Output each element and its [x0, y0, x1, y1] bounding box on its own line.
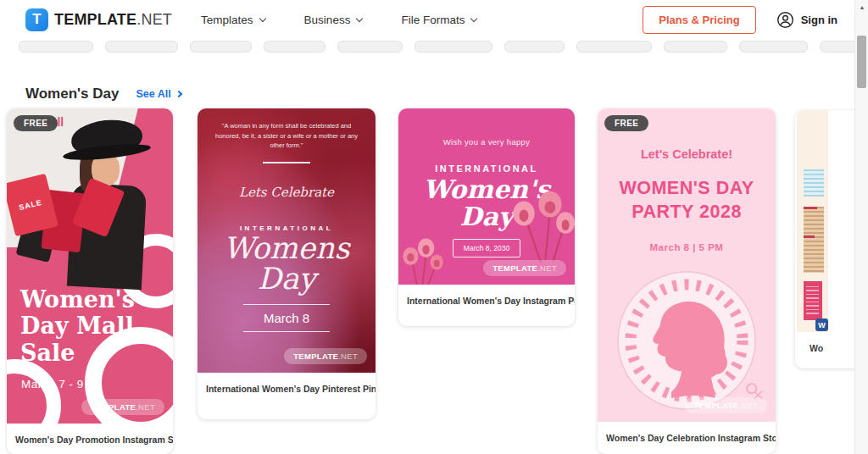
header-actions: Plans & Pricing Sign in — [643, 6, 837, 34]
templatenet-watermark: TEMPLATE.NET — [684, 397, 767, 413]
kicker-text: INTERNATIONAL — [398, 163, 575, 174]
nav-business-label: Business — [304, 14, 351, 26]
template-thumbnail: icio Mall SALE Women's Day Mall Sale Mar… — [7, 108, 173, 424]
scroll-up-arrow-icon[interactable]: ▲ — [855, 4, 868, 10]
chevron-down-icon — [259, 14, 265, 21]
cutoff-card[interactable] — [337, 41, 403, 53]
cutoff-card[interactable] — [664, 41, 727, 53]
cutoff-card[interactable] — [739, 41, 808, 53]
cutoff-card[interactable] — [264, 41, 326, 53]
divider-line — [263, 162, 310, 163]
section-title: Women's Day — [25, 86, 119, 102]
template-title-text: Womens Day — [198, 234, 376, 294]
cutoff-card[interactable] — [504, 41, 565, 53]
templatenet-watermark: TEMPLATE.NET — [483, 260, 566, 276]
cutoff-card[interactable] — [190, 41, 252, 53]
document-heading-bar — [804, 207, 817, 209]
greeting-text: Wish you a very happy — [398, 108, 575, 147]
scrollbar-thumb[interactable] — [857, 36, 866, 88]
chevron-right-icon — [175, 91, 181, 97]
template-date-text: March 7 - 9 — [21, 378, 84, 390]
word-file-icon: W — [815, 318, 828, 331]
sign-in-button[interactable]: Sign in — [776, 11, 837, 29]
nav-business[interactable]: Business — [304, 14, 363, 26]
page-scrollbar[interactable]: ▲ — [854, 0, 868, 454]
top-navigation-bar: T TEMPLATE.NET Templates Business File F… — [0, 0, 854, 39]
shopping-bag-shape: SALE — [7, 174, 58, 237]
nav-templates[interactable]: Templates — [201, 14, 265, 26]
template-card-international-womens-day-post[interactable]: Wish you a very happy INTERNATIONAL Wome… — [398, 108, 575, 326]
template-date-text: March 8 | 5 PM — [598, 242, 776, 252]
nav-file-formats-label: File Formats — [401, 14, 465, 26]
template-date-text: March 8 — [243, 304, 330, 332]
logo-t-icon: T — [25, 8, 48, 31]
card-caption[interactable]: International Women's Day Instagram Post — [398, 285, 575, 316]
woman-silhouette-medallion: ♀ — [615, 269, 758, 412]
free-badge: FREE — [604, 115, 648, 131]
sale-tag: SALE — [18, 198, 43, 212]
cutoff-card[interactable] — [19, 41, 93, 53]
cutoff-card[interactable] — [576, 41, 652, 53]
user-icon — [776, 11, 794, 29]
free-badge: FREE — [14, 115, 58, 131]
template-card-international-womens-day-pin[interactable]: "A woman in any form shall be celebrated… — [198, 108, 376, 419]
flower-cluster-icon — [398, 225, 451, 285]
script-intro-text: Lets Celebrate — [198, 185, 376, 200]
chevron-down-icon — [470, 14, 477, 21]
chevron-down-icon — [356, 14, 363, 21]
document-text-block — [804, 207, 824, 273]
sign-in-label: Sign in — [801, 14, 837, 26]
template-card-womens-day-party[interactable]: Let's Celebrate! WOMEN'S DAY PARTY 2028 … — [598, 108, 776, 454]
cutoff-card[interactable] — [415, 41, 492, 53]
templatenet-watermark: TEMPLATE.NET — [81, 399, 164, 415]
cutoff-card-row — [19, 41, 868, 53]
document-text-block — [804, 169, 824, 197]
nav-file-formats[interactable]: File Formats — [401, 14, 476, 26]
document-heading-bar — [804, 235, 815, 238]
template-thumbnail: Wish you a very happy INTERNATIONAL Wome… — [398, 108, 575, 285]
main-nav: Templates Business File Formats — [201, 14, 476, 26]
template-title-text: WOMEN'S DAY PARTY 2028 — [598, 177, 776, 224]
card-caption[interactable]: Women's Day Promotion Instagram Story — [7, 424, 173, 454]
quote-text: "A woman in any form shall be celebrated… — [198, 108, 376, 151]
template-card-womens-day-mall-sale[interactable]: icio Mall SALE Women's Day Mall Sale Mar… — [7, 108, 173, 454]
template-title-text: Women's Day Mall Sale — [20, 286, 135, 366]
template-thumbnail: "A woman in any form shall be celebrated… — [198, 108, 376, 373]
cutoff-card[interactable] — [105, 41, 178, 53]
see-all-link[interactable]: See All — [136, 88, 181, 100]
see-all-label: See All — [136, 88, 170, 100]
nav-templates-label: Templates — [201, 14, 253, 26]
flower-cluster-icon — [502, 180, 575, 264]
document-text-lines — [806, 286, 819, 315]
card-caption[interactable]: Women's Day Celebration Instagram Story — [598, 422, 776, 453]
card-caption[interactable]: International Women's Day Pinterest Pin — [198, 373, 376, 404]
brand-wordmark: TEMPLATE.NET — [54, 11, 172, 29]
template-thumbnail: Let's Celebrate! WOMEN'S DAY PARTY 2028 … — [598, 108, 776, 422]
section-header: Women's Day See All — [25, 86, 181, 102]
templatenet-watermark: TEMPLATE.NET — [284, 348, 367, 364]
plans-pricing-button[interactable]: Plans & Pricing — [643, 6, 755, 34]
templatenet-logo[interactable]: T TEMPLATE.NET — [25, 8, 172, 31]
